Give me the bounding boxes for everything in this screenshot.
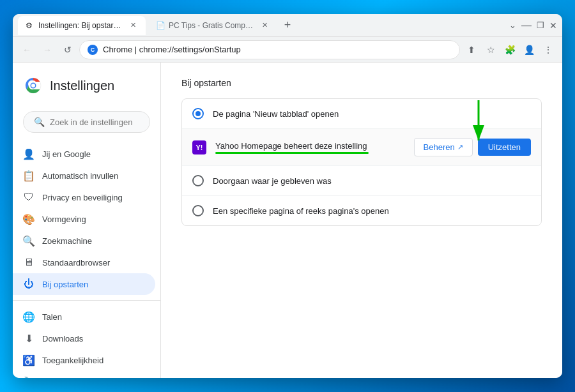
settings-tab-label: Instellingen: Bij opstarten (38, 21, 123, 30)
menu-button[interactable]: ⋮ (539, 41, 557, 59)
power-icon: ⏻ (23, 278, 34, 290)
forward-button[interactable]: → (38, 41, 56, 59)
option-specific-page-label: Een specifieke pagina of reeks pagina's … (213, 206, 531, 216)
sidebar-item-label: Toegankelijkheid (42, 356, 103, 365)
share-button[interactable]: ⬆ (463, 41, 480, 59)
search-icon: 🔍 (23, 235, 34, 246)
sidebar-item-label: Zoekmachine (42, 236, 92, 246)
minimize-button[interactable]: — (521, 20, 532, 31)
radio-specific-page[interactable] (192, 205, 204, 216)
sidebar-item-label: Privacy en beveiliging (42, 193, 123, 202)
option-yahoo: Y! Yahoo Homepage beheert deze instellin… (182, 129, 541, 166)
disable-button[interactable]: Uitzetten (478, 139, 531, 156)
option-specific-page: Een specifieke pagina of reeks pagina's … (182, 196, 541, 225)
back-button[interactable]: ← (18, 41, 36, 59)
option-new-tab-label: De pagina 'Nieuw tabblad' openen (213, 109, 531, 119)
external-link-icon: ↗ (457, 143, 463, 151)
pctips-tab-icon: 📄 (156, 21, 165, 30)
sidebar-item-label: Systeem (42, 377, 75, 379)
tab-settings[interactable]: ⚙ Instellingen: Bij opstarten ✕ (18, 16, 146, 35)
bookmark-button[interactable]: ☆ (482, 41, 500, 59)
search-input[interactable] (50, 117, 157, 127)
sidebar-item-label: Jij en Google (42, 149, 91, 159)
settings-icon: 🔧 (23, 376, 34, 378)
refresh-button[interactable]: ↺ (59, 41, 77, 59)
extension-button[interactable]: 🧩 (501, 41, 519, 59)
option-continue: Doorgaan waar je gebleven was (182, 166, 541, 196)
tab-pctips[interactable]: 📄 PC Tips - Gratis Computer Tips, ... ✕ (148, 16, 276, 35)
title-bar: ⚙ Instellingen: Bij opstarten ✕ 📄 PC Tip… (13, 14, 562, 37)
radio-new-tab[interactable] (192, 108, 204, 119)
sidebar-divider (13, 300, 160, 301)
search-container: 🔍 (13, 106, 160, 143)
sidebar-title: Instellingen (50, 79, 114, 93)
window-controls: ⌄ — ❒ ✕ (509, 20, 557, 31)
address-text: Chrome | chrome://settings/onStartup (103, 45, 241, 54)
sidebar-item-bij-opstarten[interactable]: ⏻ Bij opstarten (13, 273, 155, 295)
address-bar[interactable]: C Chrome | chrome://settings/onStartup (79, 40, 460, 59)
sidebar-item-standaardbrowser[interactable]: 🖥 Standaardbrowser (13, 252, 155, 273)
navigation-bar: ← → ↺ C Chrome | chrome://settings/onSta… (13, 37, 562, 63)
yahoo-icon: Y! (192, 140, 206, 155)
sidebar-item-automatisch-invullen[interactable]: 📋 Automatisch invullen (13, 165, 155, 186)
yahoo-underline (215, 152, 369, 154)
profile-button[interactable]: 👤 (520, 41, 538, 59)
sidebar-item-vormgeving[interactable]: 🎨 Vormgeving (13, 208, 155, 230)
chevron-down-icon[interactable]: ⌄ (509, 20, 516, 30)
sidebar-item-label: Automatisch invullen (42, 171, 118, 181)
sidebar: Instellingen 🔍 👤 Jij en Google 📋 Automat… (13, 63, 161, 378)
language-icon: 🌐 (23, 311, 34, 322)
option-new-tab: De pagina 'Nieuw tabblad' openen (182, 99, 541, 129)
sidebar-item-label: Bij opstarten (42, 280, 88, 289)
manage-button[interactable]: Beheren ↗ (414, 138, 473, 156)
site-favicon: C (88, 45, 98, 55)
sidebar-item-jij-en-google[interactable]: 👤 Jij en Google (13, 143, 155, 165)
sidebar-item-talen[interactable]: 🌐 Talen (13, 306, 155, 328)
sidebar-item-label: Standaardbrowser (42, 258, 110, 268)
search-icon: 🔍 (34, 117, 45, 127)
sidebar-item-toegankelijkheid[interactable]: ♿ Toegankelijkheid (13, 349, 155, 371)
radio-continue[interactable] (192, 175, 204, 186)
shield-icon: 🛡 (23, 192, 34, 203)
yahoo-row-actions: Beheren ↗ Uitzetten (414, 138, 531, 156)
palette-icon: 🎨 (23, 213, 34, 225)
browser-content: Instellingen 🔍 👤 Jij en Google 📋 Automat… (13, 63, 562, 378)
sidebar-item-downloads[interactable]: ⬇ Downloads (13, 328, 155, 349)
pctips-tab-close[interactable]: ✕ (261, 20, 268, 31)
yahoo-label-container: Yahoo Homepage beheert deze instelling (215, 141, 405, 154)
settings-tab-icon: ⚙ (26, 21, 34, 30)
nav-actions: ⬆ ☆ 🧩 👤 ⋮ (463, 41, 557, 59)
sidebar-item-label: Downloads (42, 334, 83, 343)
option-continue-label: Doorgaan waar je gebleven was (213, 176, 531, 186)
pctips-tab-label: PC Tips - Gratis Computer Tips, ... (169, 21, 256, 30)
person-icon: 👤 (23, 148, 34, 160)
section-title: Bij opstarten (181, 78, 542, 88)
new-tab-button[interactable]: + (279, 17, 296, 34)
settings-card: De pagina 'Nieuw tabblad' openen Y! Yaho… (181, 98, 542, 226)
settings-tab-close[interactable]: ✕ (128, 20, 138, 31)
sidebar-item-label: Talen (42, 312, 62, 322)
chrome-logo (23, 75, 43, 96)
close-button[interactable]: ✕ (549, 20, 557, 31)
download-icon: ⬇ (23, 333, 34, 344)
web-icon: 🖥 (23, 257, 34, 268)
maximize-button[interactable]: ❒ (537, 20, 544, 30)
search-box[interactable]: 🔍 (23, 111, 150, 133)
main-panel: Bij opstarten De pagina 'Nieuw tabblad' … (161, 63, 562, 378)
accessibility-icon: ♿ (23, 354, 34, 366)
option-yahoo-label: Yahoo Homepage beheert deze instelling (215, 141, 405, 151)
sidebar-item-zoekmachine[interactable]: 🔍 Zoekmachine (13, 230, 155, 252)
sidebar-item-label: Vormgeving (42, 215, 86, 224)
sidebar-header: Instellingen (13, 68, 160, 106)
browser-window: ⚙ Instellingen: Bij opstarten ✕ 📄 PC Tip… (13, 14, 562, 378)
description-icon: 📋 (23, 170, 34, 181)
sidebar-item-systeem[interactable]: 🔧 Systeem (13, 371, 155, 378)
svg-point-5 (31, 84, 35, 87)
sidebar-item-privacy-beveiliging[interactable]: 🛡 Privacy en beveiliging (13, 186, 155, 208)
